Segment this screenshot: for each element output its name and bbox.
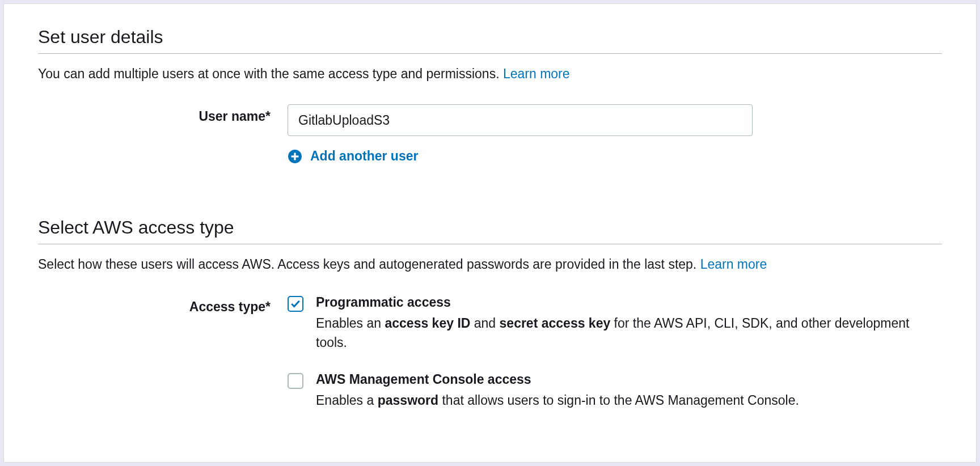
access-description-text: Select how these users will access AWS. … [38, 257, 700, 272]
add-another-user-button[interactable]: Add another user [288, 149, 418, 164]
console-access-checkbox[interactable] [288, 373, 303, 389]
programmatic-text: Programmatic access Enables an access ke… [316, 295, 942, 353]
add-another-row: Add another user [38, 149, 942, 166]
access-type-options: Programmatic access Enables an access ke… [288, 295, 942, 430]
select-access-type-description: Select how these users will access AWS. … [38, 257, 942, 272]
add-another-user-label: Add another user [310, 149, 418, 164]
set-user-details-description: You can add multiple users at once with … [38, 66, 942, 82]
prog-desc-mid: and [470, 316, 499, 331]
access-type-row: Access type* Programmatic access Enables… [38, 295, 942, 430]
select-access-type-heading: Select AWS access type [38, 217, 942, 244]
add-user-panel: Set user details You can add multiple us… [3, 3, 977, 463]
set-user-details-heading: Set user details [38, 27, 942, 54]
username-body [288, 104, 942, 136]
add-another-body: Add another user [288, 149, 942, 166]
username-row: User name* [38, 104, 942, 136]
console-access-title: AWS Management Console access [316, 372, 942, 387]
add-another-spacer [38, 149, 288, 153]
description-text: You can add multiple users at once with … [38, 66, 503, 81]
programmatic-access-desc: Enables an access key ID and secret acce… [316, 314, 942, 353]
cons-desc-post: that allows users to sign-in to the AWS … [438, 393, 799, 408]
console-text: AWS Management Console access Enables a … [316, 372, 942, 410]
access-type-label: Access type* [38, 295, 288, 315]
username-label: User name* [38, 104, 288, 124]
svg-rect-2 [292, 155, 299, 157]
cons-desc-bold1: password [378, 393, 438, 408]
username-input[interactable] [288, 104, 753, 136]
access-option-programmatic: Programmatic access Enables an access ke… [288, 295, 942, 353]
prog-desc-bold2: secret access key [500, 316, 611, 331]
programmatic-access-title: Programmatic access [316, 295, 942, 310]
cons-desc-pre: Enables a [316, 393, 378, 408]
prog-desc-bold1: access key ID [385, 316, 470, 331]
learn-more-link-access[interactable]: Learn more [700, 257, 767, 272]
plus-circle-icon [288, 149, 302, 164]
check-icon [290, 299, 301, 309]
console-access-desc: Enables a password that allows users to … [316, 391, 942, 410]
learn-more-link-users[interactable]: Learn more [503, 66, 570, 81]
prog-desc-pre: Enables an [316, 316, 385, 331]
access-option-console: AWS Management Console access Enables a … [288, 372, 942, 410]
programmatic-access-checkbox[interactable] [288, 296, 303, 312]
